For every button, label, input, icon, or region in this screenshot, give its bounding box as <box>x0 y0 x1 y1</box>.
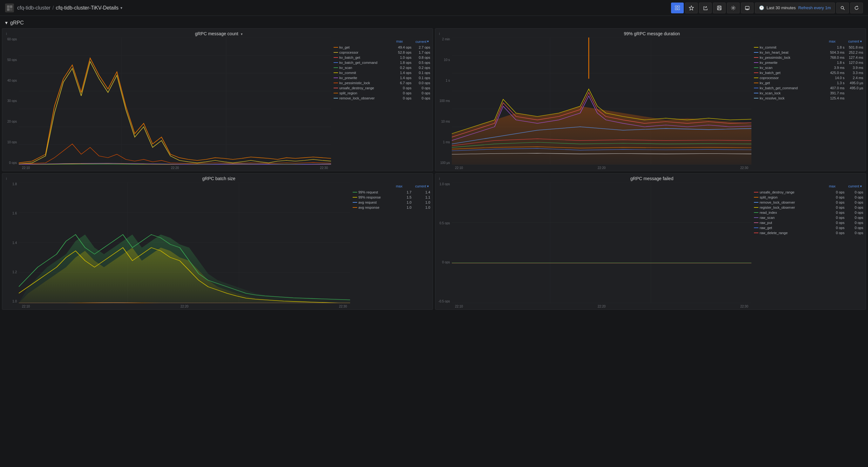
svg-rect-4 <box>675 6 677 7</box>
svg-rect-5 <box>678 6 680 7</box>
list-item: kv_batch_get425.0 ms3.3 ms <box>754 70 863 75</box>
y-axis-4: 1.0 ops 0.5 ops 0 ops -0.5 ops <box>435 182 451 303</box>
list-item: kv_prewrite1.4 ops0.1 ops <box>334 75 430 81</box>
view-btn[interactable] <box>741 3 754 13</box>
panel-body-3: 1.8 1.6 1.4 1.2 1.0 <box>2 182 433 309</box>
list-item: 99% request1.71.4 <box>353 190 430 195</box>
list-item: remove_lock_observer0 ops0 ops <box>334 96 430 101</box>
legend-current-label-1: current ▾ <box>415 39 429 43</box>
share-btn[interactable] <box>699 3 712 13</box>
chart-svg-1 <box>19 37 331 164</box>
chart-svg-3 <box>19 182 350 303</box>
svg-rect-3 <box>10 8 12 11</box>
panel-title-arrow-1: ▾ <box>241 32 243 36</box>
legend-2: max current ▾ kv_commit1.8 s501.8 ms kv_… <box>751 37 866 171</box>
info-icon-1[interactable]: i <box>6 32 7 36</box>
list-item: kv_scan3.9 ms3.9 ms <box>754 65 863 70</box>
section-title: gRPC <box>10 20 24 26</box>
list-item: remove_lock_observer0 ops0 ops <box>754 200 863 205</box>
legend-1: max current ▾ kv_get49.4 ops2.7 ops copr… <box>331 37 433 171</box>
panel-title-4: gRPC message failed <box>442 176 862 181</box>
list-item: raw_scan0 ops0 ops <box>754 215 863 220</box>
section-toggle[interactable]: ▾ gRPC <box>5 20 24 26</box>
x-axis-3: 22:10 22:20 22:30 <box>19 303 350 309</box>
x-axis-2: 22:10 22:20 22:30 <box>452 164 751 171</box>
panel-body-4: 1.0 ops 0.5 ops 0 ops -0.5 ops <box>435 182 866 309</box>
list-item: avg response1.01.0 <box>353 205 430 210</box>
legend-current-label-3: current ▾ <box>415 184 429 188</box>
add-panel-btn[interactable] <box>671 3 684 13</box>
x-axis-1: 22:10 22:20 22:30 <box>19 164 331 171</box>
svg-rect-2 <box>7 8 9 11</box>
legend-items-4: unsafe_destroy_range0 ops0 ops split_reg… <box>754 190 863 236</box>
refresh-btn[interactable] <box>850 3 863 13</box>
breadcrumb: cfq-tidb-cluster / cfq-tidb-cluster-TiKV… <box>17 5 122 11</box>
y-axis-3: 1.8 1.6 1.4 1.2 1.0 <box>2 182 18 303</box>
info-icon-4[interactable]: i <box>439 177 440 181</box>
panel-grpc-message-failed: i gRPC message failed 1.0 ops 0.5 ops 0 … <box>435 173 866 310</box>
list-item: 99% response1.51.1 <box>353 195 430 200</box>
search-btn[interactable] <box>836 3 849 13</box>
list-item: kv_get49.4 ops2.7 ops <box>334 45 430 50</box>
list-item: kv_batch_get_command1.8 ops0.5 ops <box>334 60 430 65</box>
legend-items-2: kv_commit1.8 s501.8 ms kv_txn_heart_beat… <box>754 45 863 101</box>
list-item: raw_get0 ops0 ops <box>754 225 863 230</box>
cluster-name[interactable]: cfq-tidb-cluster <box>17 5 51 11</box>
info-icon-3[interactable]: i <box>6 177 7 181</box>
legend-header-1: max current ▾ <box>334 39 430 45</box>
panel-header-3: i gRPC batch size <box>2 174 433 182</box>
chart-svg-2 <box>452 37 751 164</box>
list-item: register_lock_observer0 ops0 ops <box>754 205 863 210</box>
clock-icon: 🕐 <box>759 5 764 10</box>
list-item: coprocessor14.0 s2.4 ms <box>754 75 863 81</box>
info-icon-2[interactable]: i <box>439 32 440 36</box>
legend-current-label-4: current ▾ <box>848 184 862 188</box>
chart-area-2: 2 min 10 s 1 s 100 ms 10 ms 1 ms 100 µs <box>435 37 751 171</box>
breadcrumb-separator: / <box>53 5 54 11</box>
list-item: kv_commit1.4 ops0.1 ops <box>334 70 430 75</box>
panel-header-1: i gRPC message count ▾ <box>2 29 433 37</box>
legend-4: max current ▾ unsafe_destroy_range0 ops0… <box>751 182 866 309</box>
legend-header-4: max current ▾ <box>754 184 863 190</box>
chart-area-3: 1.8 1.6 1.4 1.2 1.0 <box>2 182 350 309</box>
svg-line-20 <box>843 8 844 10</box>
save-btn[interactable] <box>713 3 726 13</box>
panel-title-2: 99% gRPC messge duration <box>442 31 862 36</box>
section-chevron: ▾ <box>5 20 8 26</box>
chart-area-1: 60 ops 50 ops 40 ops 30 ops 20 ops 10 op… <box>2 37 331 171</box>
svg-point-19 <box>841 6 843 9</box>
chart-svg-4 <box>452 182 751 303</box>
dashboard-grid: i gRPC message count ▾ 60 ops 50 ops 40 … <box>0 28 868 312</box>
panel-title-1: gRPC message count ▾ <box>8 31 429 36</box>
star-btn[interactable] <box>685 3 698 13</box>
svg-rect-0 <box>7 5 9 8</box>
svg-point-14 <box>732 7 734 8</box>
list-item: raw_put0 ops0 ops <box>754 220 863 225</box>
list-item: unsafe_destroy_range0 ops0 ops <box>754 190 863 195</box>
list-item: unsafe_destroy_range0 ops0 ops <box>334 86 430 91</box>
settings-btn[interactable] <box>727 3 740 13</box>
svg-marker-10 <box>689 6 693 10</box>
legend-max-label-4: max <box>829 184 836 188</box>
nav-logo <box>5 3 14 12</box>
panel-grpc-message-count: i gRPC message count ▾ 60 ops 50 ops 40 … <box>2 28 433 171</box>
dashboard-dropdown-icon[interactable]: ▾ <box>120 6 122 10</box>
list-item: kv_prewrite1.8 s127.0 ms <box>754 60 863 65</box>
panel-header-2: i 99% gRPC messge duration <box>435 29 866 37</box>
list-item: raw_delete_range0 ops0 ops <box>754 230 863 236</box>
list-item: coprocessor52.8 ops1.7 ops <box>334 50 430 55</box>
list-item: split_region0 ops0 ops <box>754 195 863 200</box>
list-item: kv_scan_lock391.7 ms <box>754 91 863 96</box>
nav-actions: 🕐 Last 30 minutes Refresh every 1m <box>671 3 863 13</box>
time-range-btn[interactable]: 🕐 Last 30 minutes Refresh every 1m <box>755 3 835 13</box>
chart-area-4: 1.0 ops 0.5 ops 0 ops -0.5 ops <box>435 182 751 309</box>
list-item: avg request1.01.0 <box>353 200 430 205</box>
legend-current-label-2: current ▾ <box>848 39 862 43</box>
refresh-text: Refresh every 1m <box>798 5 831 10</box>
legend-max-label-2: max <box>829 39 836 43</box>
panel-body-2: 2 min 10 s 1 s 100 ms 10 ms 1 ms 100 µs <box>435 37 866 171</box>
dashboard-name[interactable]: cfq-tidb-cluster-TiKV-Details <box>56 5 119 11</box>
list-item: kv_pessimistic_lock768.0 ms127.4 ms <box>754 55 863 60</box>
legend-max-label-3: max <box>396 184 403 188</box>
list-item: kv_commit1.8 s501.8 ms <box>754 45 863 50</box>
